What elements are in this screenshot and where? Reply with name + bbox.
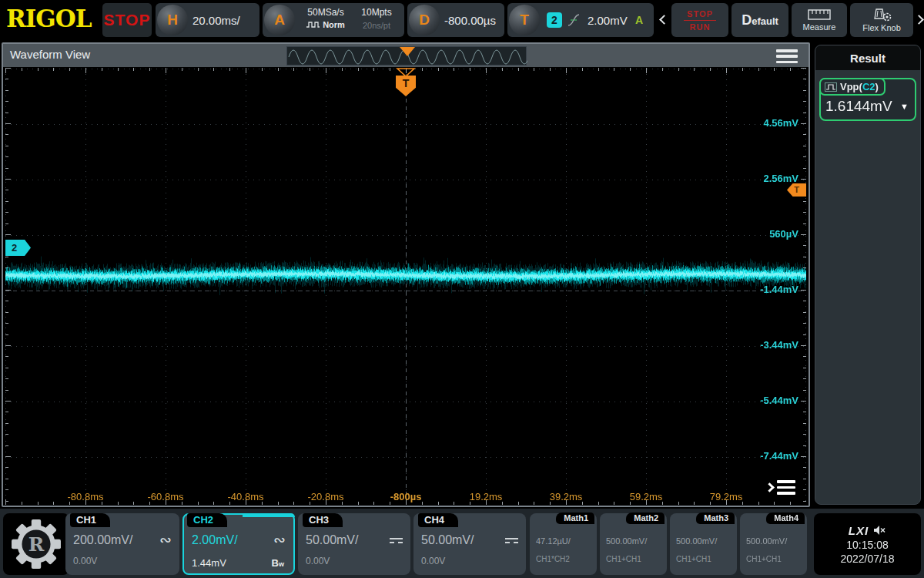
rigol-gear-logo[interactable]: R xyxy=(3,513,69,575)
bandwidth-limit-label: Bw xyxy=(272,557,284,569)
gear-icon: R xyxy=(11,519,62,570)
x-axis-label: -80.8ms xyxy=(55,491,116,502)
x-axis-label: 39.2ms xyxy=(535,491,597,502)
acq-mode: Norm xyxy=(323,20,345,29)
knob-icon xyxy=(872,8,892,22)
timebase-value: 20.00ms/ xyxy=(192,3,240,37)
measurement-card-vpp[interactable]: Vpp(C2) 1.6144mV ▼ xyxy=(819,78,916,121)
channel-card-ch2[interactable]: CH2 2.00mV/∾ 1.44mVBw xyxy=(182,513,295,575)
stop-label: STOP xyxy=(687,9,713,18)
waveform-trace-canvas xyxy=(5,68,806,505)
x-axis-label: -40.8ms xyxy=(215,491,276,502)
system-time: 10:15:08 xyxy=(846,539,889,551)
speaker-muted-icon xyxy=(873,525,886,536)
flex-knob-label: Flex Knob xyxy=(862,23,901,32)
chevron-down-icon[interactable]: ▼ xyxy=(900,102,909,111)
default-rest: efault xyxy=(752,15,778,27)
math3-scale: 500.00mV/ xyxy=(676,536,717,546)
ch2-active-underline xyxy=(243,513,295,517)
ch1-offset: 0.00V xyxy=(73,556,97,566)
flex-knob-button[interactable]: Flex Knob xyxy=(850,3,913,37)
horizontal-navigation-strip[interactable] xyxy=(286,46,527,66)
trigger-level-value: 2.00mV xyxy=(588,3,628,37)
channel-card-ch3[interactable]: CH3 50.00mV/ 0.00V xyxy=(298,513,410,575)
y-axis-label: 560µV xyxy=(745,228,798,240)
divider xyxy=(684,20,716,21)
memory-depth: 10Mpts xyxy=(353,7,400,18)
acquisition-settings-group[interactable]: A 50MSa/s Norm 10Mpts 20ns/pt xyxy=(263,3,404,37)
square-wave-icon xyxy=(306,21,320,29)
trigger-source-badge: 2 xyxy=(547,12,562,28)
horizontal-knob[interactable]: H xyxy=(157,5,188,35)
math-card-math3[interactable]: Math3 500.00mV/ CH1+CH1 xyxy=(670,513,737,575)
svg-text:R: R xyxy=(28,533,45,556)
math3-tab: Math3 xyxy=(696,512,735,524)
ch1-scale: 200.00mV/ xyxy=(73,533,132,547)
channel-card-ch4[interactable]: CH4 50.00mV/ 0.00V xyxy=(413,513,526,575)
x-axis-label: -60.8ms xyxy=(135,491,196,502)
result-panel-title: Result xyxy=(815,45,920,70)
trigger-sweep-mode: A xyxy=(635,3,643,37)
horizontal-settings-group[interactable]: H 20.00ms/ xyxy=(156,3,259,37)
ch3-offset: 0.00V xyxy=(306,556,330,566)
measure-button[interactable]: Measure xyxy=(792,3,847,37)
default-initial: D xyxy=(742,12,752,28)
waveform-view-title: Waveform View xyxy=(10,48,90,61)
delay-value: -800.00µs xyxy=(444,3,496,37)
graticule-menu-icon[interactable] xyxy=(766,480,795,495)
y-axis-label: -5.44mV xyxy=(745,395,798,406)
math-card-math1[interactable]: Math1 47.12µU/ CH1*CH2 xyxy=(530,513,597,575)
ch3-tab: CH3 xyxy=(303,513,343,527)
math2-scale: 500.00mV/ xyxy=(606,536,647,546)
measurement-name-close: ) xyxy=(875,81,879,92)
math1-expression: CH1*CH2 xyxy=(536,555,570,563)
ch2-tab: CH2 xyxy=(187,513,227,527)
system-date: 2022/07/18 xyxy=(840,553,894,565)
trigger-knob[interactable]: T xyxy=(509,5,540,35)
x-axis-label: -20.8ms xyxy=(295,491,357,502)
y-axis-label: -3.44mV xyxy=(745,339,798,351)
ac-coupling-icon: ∾ xyxy=(159,536,172,544)
stop-run-button[interactable]: STOP RUN xyxy=(671,3,728,37)
rigol-logo: RIGOL xyxy=(6,5,92,32)
waveform-view-panel: Waveform View 4.56mV 2.56mV 560µV -1.44m… xyxy=(2,42,810,507)
y-axis-label: 2.56mV xyxy=(745,173,798,184)
x-axis-label: 59.2ms xyxy=(615,491,677,502)
toolbar-scroll-right-icon[interactable] xyxy=(914,15,924,25)
run-label: RUN xyxy=(690,22,711,32)
oscilloscope-screen: RIGOL STOP H 20.00ms/ A 50MSa/s Norm 10M… xyxy=(0,0,924,578)
graticule-area: 4.56mV 2.56mV 560µV -1.44mV -3.44mV -5.4… xyxy=(5,68,806,505)
toolbar-scroll-left-icon[interactable] xyxy=(659,15,669,25)
math1-scale: 47.12µU/ xyxy=(536,536,571,546)
delay-settings-group[interactable]: D -800.00µs xyxy=(407,3,504,37)
math2-expression: CH1+CH1 xyxy=(606,555,641,563)
acquisition-knob[interactable]: A xyxy=(264,5,295,35)
math3-expression: CH1+CH1 xyxy=(676,555,711,563)
waveform-view-header: Waveform View xyxy=(3,44,808,67)
lxi-logo: LXI xyxy=(849,524,869,537)
dc-coupling-icon xyxy=(505,538,518,543)
run-state-indicator[interactable]: STOP xyxy=(102,3,152,37)
nav-trigger-position-icon[interactable] xyxy=(400,47,415,56)
trigger-settings-group[interactable]: T 2 2.00mV A xyxy=(507,3,654,37)
waveform-menu-icon[interactable] xyxy=(776,49,798,63)
default-button[interactable]: Default xyxy=(732,3,788,37)
math2-tab: Math2 xyxy=(626,512,665,524)
math4-scale: 500.00mV/ xyxy=(746,536,787,546)
channel-card-ch1[interactable]: CH1 200.00mV/∾ 0.00V xyxy=(65,513,179,575)
y-axis-label: -7.44mV xyxy=(745,450,798,462)
delay-knob[interactable]: D xyxy=(409,5,440,35)
x-axis-label: 19.2ms xyxy=(455,491,517,502)
top-bar: RIGOL STOP H 20.00ms/ A 50MSa/s Norm 10M… xyxy=(0,0,924,41)
ch2-scale: 2.00mV/ xyxy=(192,533,238,547)
measurement-name: Vpp( xyxy=(840,81,862,92)
sample-interval: 20ns/pt xyxy=(353,21,400,30)
ac-coupling-icon: ∾ xyxy=(273,536,286,544)
math-card-math4[interactable]: Math4 500.00mV/ CH1+CH1 xyxy=(740,513,807,575)
ch2-offset: 1.44mV xyxy=(192,557,226,569)
system-status-box[interactable]: LXI 10:15:08 2022/07/18 xyxy=(814,513,921,575)
dc-coupling-icon xyxy=(390,538,403,543)
measurement-value: 1.6144mV xyxy=(825,98,892,115)
result-panel: Result Vpp(C2) 1.6144mV ▼ xyxy=(815,45,921,505)
math-card-math2[interactable]: Math2 500.00mV/ CH1+CH1 xyxy=(600,513,667,575)
